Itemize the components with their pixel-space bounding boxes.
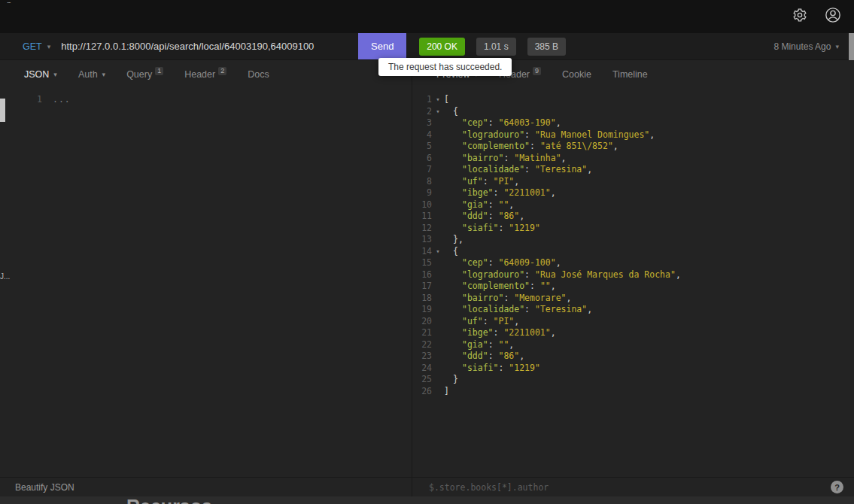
code-line: 11"ddd": "86", (412, 211, 854, 223)
response-filter-area: ? (412, 478, 854, 496)
code-text: "logradouro": "Rua Manoel Domingues", (444, 129, 655, 141)
line-number: 11 (412, 211, 432, 223)
beautify-json-button[interactable]: Beautify JSON (0, 478, 412, 496)
code-text: "siafi": "1219" (444, 363, 540, 375)
fold-gutter (432, 257, 444, 269)
code-text: "gia": "", (444, 199, 514, 211)
tab-label: Query (126, 69, 152, 80)
method-dropdown[interactable]: GET ▾ (0, 33, 61, 59)
code-text: "ddd": "86", (444, 351, 524, 363)
line-number: 25 (412, 374, 432, 386)
code-text: "uf": "PI", (444, 316, 519, 328)
code-line: 15"cep": "64009-100", (412, 257, 854, 269)
tab-header[interactable]: Header2 (174, 60, 237, 89)
line-number: 4 (412, 129, 432, 141)
code-line: 19"localidade": "Teresina", (412, 304, 854, 316)
code-line: 7"localidade": "Teresina", (412, 164, 854, 176)
account-button[interactable] (822, 6, 843, 27)
url-input[interactable]: http://127.0.0.1:8000/api/search/local/6… (61, 33, 358, 59)
request-body-editor[interactable]: 1 ... (0, 89, 412, 477)
fold-gutter (432, 327, 444, 339)
line-number: 6 (412, 153, 432, 165)
code-line: 21"ibge": "2211001", (412, 327, 854, 339)
left-scrollbar-thumb[interactable] (0, 99, 5, 122)
tab-query[interactable]: Query1 (116, 60, 174, 89)
api-client-window: GET ▾ http://127.0.0.1:8000/api/search/l… (0, 0, 854, 504)
code-line: 26] (412, 386, 854, 398)
fold-gutter (432, 164, 444, 176)
code-text: "ddd": "86", (444, 211, 524, 223)
fold-gutter (432, 199, 444, 211)
scrollbar-thumb[interactable] (849, 33, 854, 60)
chevron-down-icon: ▾ (53, 71, 57, 78)
line-number: 24 (412, 363, 432, 375)
code-text: }, (444, 234, 463, 246)
time-badge: 1.01 s (476, 38, 516, 56)
code-text: { (444, 246, 458, 258)
code-text: "gia": "", (444, 339, 514, 351)
fold-gutter (432, 281, 444, 293)
tab-auth[interactable]: Auth▾ (68, 60, 116, 89)
gear-icon (792, 8, 807, 26)
tab-label: Timeline (612, 69, 648, 80)
help-icon[interactable]: ? (831, 481, 843, 493)
line-number: 13 (412, 234, 432, 246)
send-button[interactable]: Send (358, 33, 406, 59)
editor-line: 1 ... (0, 94, 412, 106)
background-page-strip: Recursos (0, 496, 854, 504)
fold-gutter (432, 153, 444, 165)
code-text: "ibge": "2211001", (444, 187, 556, 199)
code-line: 5"complemento": "até 851\/852", (412, 141, 854, 153)
code-text: "complemento": "", (444, 281, 556, 293)
tab-label: Header (184, 69, 215, 80)
fold-gutter (432, 316, 444, 328)
response-filter-input[interactable] (427, 481, 831, 493)
code-text: [ (444, 94, 449, 106)
line-number: 21 (412, 327, 432, 339)
tab-count-badge: 2 (218, 67, 226, 75)
line-number: 9 (412, 187, 432, 199)
chevron-down-icon: ▾ (835, 43, 839, 50)
success-tooltip: The request has succeeded. (378, 58, 512, 76)
tab-label: Docs (248, 69, 269, 80)
response-history-dropdown[interactable]: 8 Minutes Ago ▾ (773, 33, 854, 59)
code-text: "cep": "64003-190", (444, 117, 561, 129)
fold-gutter (432, 223, 444, 235)
background-page-heading: Recursos (126, 497, 212, 504)
settings-button[interactable] (789, 6, 810, 27)
fold-gutter (432, 211, 444, 223)
code-line: 16"logradouro": "Rua José Marques da Roc… (412, 269, 854, 281)
line-number: 8 (412, 176, 432, 188)
editor-placeholder: ... (42, 94, 71, 106)
fold-gutter (432, 293, 444, 305)
fold-caret-icon[interactable]: ▾ (432, 106, 444, 118)
code-text: "uf": "PI", (444, 176, 519, 188)
code-line: 20"uf": "PI", (412, 316, 854, 328)
code-line: 2▾{ (412, 106, 854, 118)
response-body-viewer[interactable]: 1▾[2▾{3"cep": "64003-190",4"logradouro":… (412, 89, 854, 477)
code-line: 8"uf": "PI", (412, 176, 854, 188)
request-bar: GET ▾ http://127.0.0.1:8000/api/search/l… (0, 33, 854, 60)
tab-json[interactable]: JSON▾ (14, 60, 68, 89)
method-label: GET (23, 41, 42, 52)
footer-bar: Beautify JSON ? (0, 477, 854, 496)
history-label: 8 Minutes Ago (773, 41, 831, 52)
code-text: "complemento": "até 851\/852", (444, 141, 618, 153)
code-line: 17"complemento": "", (412, 281, 854, 293)
fold-gutter (432, 363, 444, 375)
content-area: 1 ... 1▾[2▾{3"cep": "64003-190",4"lograd… (0, 89, 854, 477)
line-number: 14 (412, 246, 432, 258)
tab-docs[interactable]: Docs (237, 60, 279, 89)
code-line: 6"bairro": "Matinha", (412, 153, 854, 165)
fold-caret-icon[interactable]: ▾ (432, 246, 444, 258)
code-text: "localidade": "Teresina", (444, 304, 592, 316)
code-line: 25} (412, 374, 854, 386)
tab-cookie[interactable]: Cookie (552, 60, 602, 89)
topbar (0, 0, 854, 33)
tab-timeline[interactable]: Timeline (602, 60, 658, 89)
code-line: 3"cep": "64003-190", (412, 117, 854, 129)
fold-gutter (432, 117, 444, 129)
clipped-text-fragment: J... (0, 272, 10, 281)
fold-caret-icon[interactable]: ▾ (432, 94, 444, 106)
line-number: 5 (412, 141, 432, 153)
